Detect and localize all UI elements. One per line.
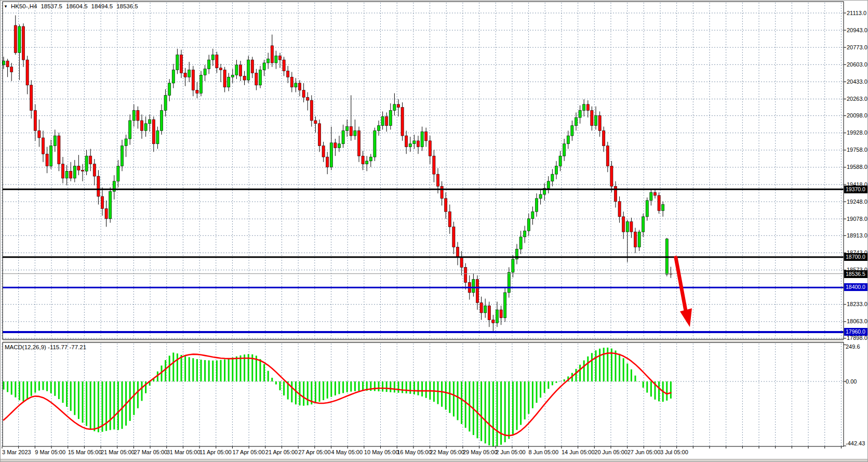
macd-tick-label: 0.00 bbox=[846, 378, 857, 385]
candle-bearish bbox=[97, 176, 100, 196]
candle-bullish bbox=[369, 157, 372, 161]
candle-bearish bbox=[417, 141, 419, 147]
candle-bearish bbox=[452, 227, 455, 247]
candle-bullish bbox=[563, 144, 566, 156]
candle-bullish bbox=[539, 194, 542, 199]
candle-bullish bbox=[512, 259, 514, 272]
candle-bearish bbox=[46, 154, 48, 166]
candle-bearish bbox=[385, 116, 388, 126]
candle-bullish bbox=[547, 181, 550, 189]
candle-bullish bbox=[228, 77, 230, 87]
date-label: 27 Apr 05:00 bbox=[298, 449, 330, 455]
price-tick-label: 19078.0 bbox=[847, 216, 867, 222]
candle-bullish bbox=[117, 166, 119, 181]
candle-bearish bbox=[634, 232, 636, 247]
candle-bearish bbox=[61, 164, 64, 178]
candle-bearish bbox=[26, 60, 29, 85]
candle-bullish bbox=[409, 144, 411, 147]
price-tick-label: 20773.0 bbox=[847, 44, 867, 50]
macd-indicator-label: MACD(12,26,9) -115.77 -77.21 bbox=[5, 344, 86, 350]
candle-bullish bbox=[172, 70, 175, 83]
date-label: 16 May 05:00 bbox=[397, 449, 432, 455]
candle-bearish bbox=[14, 25, 17, 53]
candle-bearish bbox=[480, 302, 483, 312]
candle-bullish bbox=[132, 110, 135, 120]
ohlc-low: 18494.5 bbox=[91, 3, 113, 9]
candle-bearish bbox=[405, 136, 408, 147]
candle-bullish bbox=[85, 156, 88, 171]
candle-bearish bbox=[34, 110, 36, 130]
candle-bearish bbox=[58, 136, 60, 164]
candle-bullish bbox=[247, 60, 250, 80]
date-label: 20 Jun 05:00 bbox=[594, 449, 627, 455]
candle-bullish bbox=[330, 143, 332, 167]
price-badge-target-17960: 17960.0 bbox=[844, 328, 868, 336]
date-label: 4 May 05:00 bbox=[331, 449, 363, 455]
price-tick-label: 18063.0 bbox=[847, 318, 867, 324]
candle-bullish bbox=[393, 104, 396, 111]
candle-bullish bbox=[575, 117, 577, 126]
candle-bearish bbox=[429, 141, 431, 156]
chart-menu-arrow-icon[interactable]: ▼ bbox=[4, 4, 8, 9]
candle-bearish bbox=[216, 55, 218, 68]
candle-bearish bbox=[653, 192, 656, 195]
candle-bullish bbox=[504, 293, 506, 318]
candle-bearish bbox=[401, 108, 404, 136]
macd-tick-label: -442.43 bbox=[846, 440, 865, 446]
candle-bearish bbox=[93, 164, 96, 176]
candle-bullish bbox=[144, 124, 147, 131]
candle-bearish bbox=[192, 70, 194, 90]
candle-bullish bbox=[519, 237, 522, 249]
candle-bullish bbox=[346, 127, 349, 131]
candle-bullish bbox=[275, 56, 277, 63]
price-badge-resistance-19370: 19370.0 bbox=[844, 186, 868, 193]
candle-bearish bbox=[476, 280, 478, 303]
candle-bullish bbox=[125, 139, 127, 146]
chart-window: ▼HK50-,H418537.518604.518494.518536.5 MA… bbox=[0, 0, 868, 462]
ohlc-high: 18604.5 bbox=[66, 3, 88, 9]
date-label: 3 Jul 05:00 bbox=[660, 449, 688, 455]
candle-bearish bbox=[357, 130, 360, 156]
candle-bullish bbox=[567, 136, 569, 144]
candle-bullish bbox=[638, 232, 640, 247]
price-tick-label: 20433.0 bbox=[847, 78, 867, 85]
candle-bullish bbox=[527, 219, 530, 231]
candle-bullish bbox=[188, 70, 191, 77]
price-tick-label: 18913.0 bbox=[847, 232, 867, 239]
candle-bullish bbox=[642, 217, 645, 232]
price-tick-label: 18233.0 bbox=[847, 301, 867, 307]
candle-bearish bbox=[318, 124, 321, 146]
candle-bearish bbox=[42, 138, 44, 154]
price-tick-label: 20943.0 bbox=[847, 27, 867, 33]
candle-bullish bbox=[231, 75, 234, 77]
candle-bullish bbox=[129, 121, 131, 139]
candle-bearish bbox=[152, 120, 155, 144]
candle-bullish bbox=[54, 136, 56, 146]
candle-bullish bbox=[535, 199, 538, 212]
candle-bearish bbox=[219, 68, 222, 70]
candle-bearish bbox=[603, 130, 605, 146]
candle-bearish bbox=[488, 306, 490, 320]
candle-bearish bbox=[500, 310, 502, 318]
candle-bearish bbox=[196, 90, 198, 94]
candle-bearish bbox=[445, 199, 447, 212]
candle-bearish bbox=[440, 187, 443, 199]
candle-bullish bbox=[413, 141, 416, 144]
pane-separator[interactable] bbox=[3, 339, 844, 342]
candle-bullish bbox=[204, 69, 206, 75]
candle-bullish bbox=[650, 192, 652, 201]
candle-bearish bbox=[448, 212, 451, 227]
candle-bullish bbox=[168, 83, 171, 95]
candle-bearish bbox=[255, 73, 258, 85]
price-badge-bid-18536: 18536.5 bbox=[844, 270, 868, 278]
price-badge-support-18700: 18700.0 bbox=[844, 253, 868, 261]
candle-bullish bbox=[531, 212, 534, 219]
price-tick-label: 20098.0 bbox=[847, 112, 867, 118]
candle-bearish bbox=[630, 222, 633, 232]
ohlc-open: 18537.5 bbox=[41, 3, 62, 9]
candle-bearish bbox=[30, 85, 33, 111]
candle-bullish bbox=[208, 60, 210, 69]
candle-bearish bbox=[251, 60, 253, 73]
date-label: 27 Jun 05:00 bbox=[627, 449, 661, 455]
candle-bearish bbox=[622, 217, 625, 232]
